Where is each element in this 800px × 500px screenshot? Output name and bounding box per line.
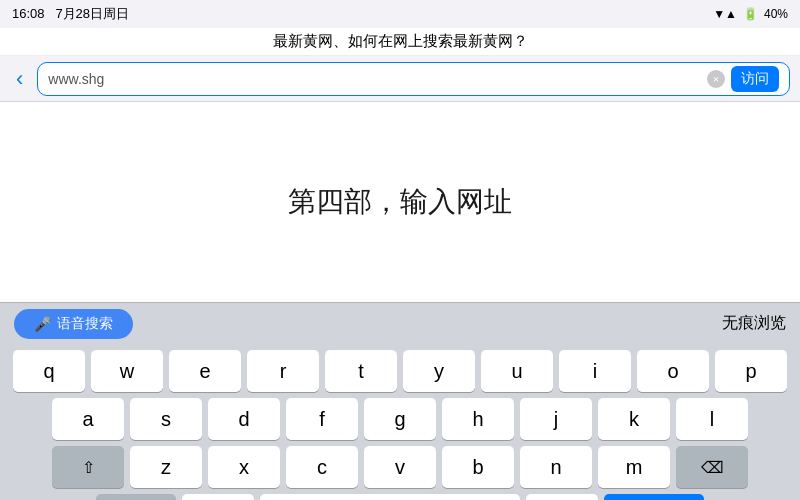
key-u[interactable]: u [481,350,553,392]
key-y[interactable]: y [403,350,475,392]
status-icons: ▼▲ 🔋 40% [713,7,788,21]
key-k[interactable]: k [598,398,670,440]
key-x[interactable]: x [208,446,280,488]
key-v[interactable]: v [364,446,436,488]
keyboard-row-1: q w e r t y u i o p [4,350,796,392]
visit-button[interactable]: 访问 [731,66,779,92]
key-comma[interactable]: ， [182,494,254,500]
back-button[interactable]: ‹ [10,64,29,94]
status-bar: 16:08 7月28日周日 ▼▲ 🔋 40% [0,0,800,28]
key-q[interactable]: q [13,350,85,392]
key-e[interactable]: e [169,350,241,392]
url-text: www.shg [48,71,707,87]
key-space[interactable]: space [260,494,520,500]
keyboard-row-4: 123 ， space 。 search [4,494,796,500]
key-a[interactable]: a [52,398,124,440]
key-m[interactable]: m [598,446,670,488]
keyboard: q w e r t y u i o p a s d f g h j k l ⇧ … [0,344,800,500]
incognito-label: 无痕浏览 [722,313,786,334]
key-j[interactable]: j [520,398,592,440]
key-w[interactable]: w [91,350,163,392]
key-o[interactable]: o [637,350,709,392]
battery-icon: 🔋 [743,7,758,21]
url-clear-button[interactable]: × [707,70,725,88]
top-banner: 最新黄网、如何在网上搜索最新黄网？ [0,28,800,56]
voice-search-button[interactable]: 🎤 语音搜索 [14,309,133,339]
key-d[interactable]: d [208,398,280,440]
key-z[interactable]: z [130,446,202,488]
banner-text: 最新黄网、如何在网上搜索最新黄网？ [273,32,528,49]
key-l[interactable]: l [676,398,748,440]
main-title: 第四部，输入网址 [288,183,512,221]
status-time-date: 16:08 7月28日周日 [12,5,129,23]
signal-icon: ▼▲ [713,7,737,21]
main-content: 第四部，输入网址 [0,102,800,302]
mic-icon: 🎤 [34,316,51,332]
voice-search-label: 语音搜索 [57,315,113,333]
keyboard-row-2: a s d f g h j k l [4,398,796,440]
key-b[interactable]: b [442,446,514,488]
key-t[interactable]: t [325,350,397,392]
url-bar[interactable]: www.shg × 访问 [37,62,790,96]
key-search[interactable]: search [604,494,704,500]
keyboard-row-3: ⇧ z x c v b n m ⌫ [4,446,796,488]
key-i[interactable]: i [559,350,631,392]
key-numbers[interactable]: 123 [96,494,176,500]
keyboard-toolbar: 🎤 语音搜索 无痕浏览 [0,302,800,344]
key-n[interactable]: n [520,446,592,488]
key-h[interactable]: h [442,398,514,440]
key-s[interactable]: s [130,398,202,440]
key-g[interactable]: g [364,398,436,440]
key-shift[interactable]: ⇧ [52,446,124,488]
key-r[interactable]: r [247,350,319,392]
key-p[interactable]: p [715,350,787,392]
date-display: 7月28日周日 [55,6,129,21]
battery-percent: 40% [764,7,788,21]
key-f[interactable]: f [286,398,358,440]
time-display: 16:08 [12,6,45,21]
key-c[interactable]: c [286,446,358,488]
key-period[interactable]: 。 [526,494,598,500]
browser-bar: ‹ www.shg × 访问 [0,56,800,102]
key-delete[interactable]: ⌫ [676,446,748,488]
